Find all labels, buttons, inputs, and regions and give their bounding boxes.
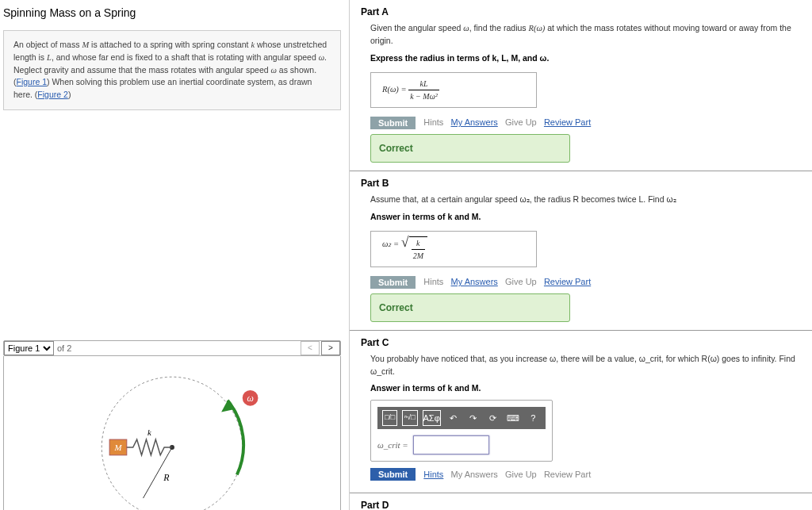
figure-2-link[interactable]: Figure 2 <box>37 90 68 99</box>
part-a-give-up[interactable]: Give Up <box>505 117 537 127</box>
part-a-correct: Correct <box>370 134 570 163</box>
toolbar-help-button[interactable]: ? <box>526 410 541 426</box>
figure-selector-bar: Figure 1 of 2 < > <box>3 340 341 356</box>
part-c-submit-button[interactable]: Submit <box>370 468 416 481</box>
part-b-review-part[interactable]: Review Part <box>544 277 591 286</box>
toolbar-redo-button[interactable]: ↷ <box>465 410 481 426</box>
equation-toolbar: □/□ ⁿ√□ ΑΣφ ↶ ↷ ⟳ ⌨ ? <box>377 407 546 429</box>
part-b-instruction: Answer in terms of k and M. <box>370 211 809 224</box>
part-b-hints[interactable]: Hints <box>423 277 443 286</box>
figure-1-link[interactable]: Figure 1 <box>17 77 48 86</box>
part-c-label: Part C <box>361 337 809 348</box>
part-a-hints[interactable]: Hints <box>423 117 443 127</box>
part-a-label: Part A <box>361 6 809 17</box>
toolbar-reset-button[interactable]: ⟳ <box>485 410 500 426</box>
part-b-prompt: Assume that, at a certain angular speed … <box>370 194 809 206</box>
part-c-input-area: □/□ ⁿ√□ ΑΣφ ↶ ↷ ⟳ ⌨ ? ω_crit = <box>370 400 553 462</box>
figure-label-k: k <box>147 428 151 437</box>
figure-label-M: M <box>113 443 122 452</box>
part-c-instruction: Answer in terms of k and M. <box>370 382 809 395</box>
part-a-prompt: Given the angular speed ω, find the radi… <box>370 22 809 48</box>
part-b-answer: ω₂ = √k2M <box>370 231 537 267</box>
toolbar-fraction-button[interactable]: □/□ <box>382 410 397 426</box>
part-d-label: Part D <box>361 500 809 511</box>
figure-select[interactable]: Figure 1 <box>4 341 54 355</box>
figure-canvas: M k R ω <box>3 356 341 510</box>
figure-label-w: ω <box>247 393 253 404</box>
part-c-answer-input[interactable] <box>413 435 489 454</box>
part-c-give-up[interactable]: Give Up <box>505 470 537 479</box>
part-c-field-label: ω_crit = <box>377 439 408 452</box>
part-c-review-part[interactable]: Review Part <box>544 470 591 479</box>
figure-prev-button[interactable]: < <box>301 341 320 355</box>
part-c-hints[interactable]: Hints <box>423 470 443 479</box>
toolbar-keyboard-button[interactable]: ⌨ <box>506 410 521 426</box>
figure-count: of 2 <box>57 343 71 353</box>
part-b-label: Part B <box>361 178 809 189</box>
part-c-my-answers[interactable]: My Answers <box>451 470 498 479</box>
figure-next-button[interactable]: > <box>321 341 340 355</box>
toolbar-undo-button[interactable]: ↶ <box>446 410 461 426</box>
toolbar-greek-button[interactable]: ΑΣφ <box>423 410 441 426</box>
part-a-my-answers[interactable]: My Answers <box>451 117 498 127</box>
page-title: Spinning Mass on a Spring <box>3 6 341 19</box>
part-a-answer: R(ω) = kLk − Mω² <box>370 72 537 108</box>
part-b-give-up[interactable]: Give Up <box>505 277 537 286</box>
part-a-submit-button[interactable]: Submit <box>370 117 416 129</box>
figure-label-R: R <box>163 472 170 483</box>
part-a-instruction: Express the radius in terms of k, L, M, … <box>370 52 809 65</box>
part-c-prompt: You probably have noticed that, as you i… <box>370 353 809 378</box>
problem-description: An object of mass M is attached to a spr… <box>3 30 341 110</box>
toolbar-root-button[interactable]: ⁿ√□ <box>402 410 417 426</box>
part-b-submit-button[interactable]: Submit <box>370 276 416 289</box>
part-a-review-part[interactable]: Review Part <box>544 117 591 127</box>
part-b-correct: Correct <box>370 293 570 322</box>
part-b-my-answers[interactable]: My Answers <box>451 277 498 286</box>
